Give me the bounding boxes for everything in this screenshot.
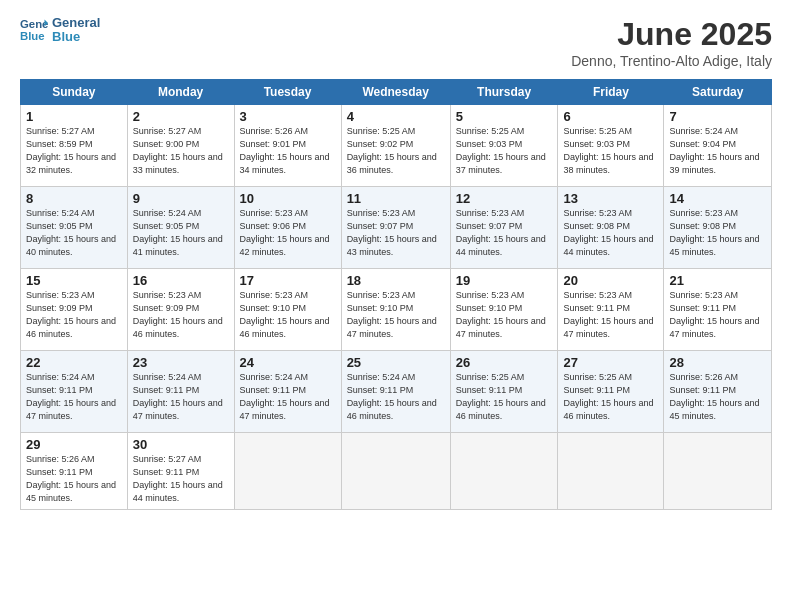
day-number: 20	[563, 273, 658, 288]
day-number: 4	[347, 109, 445, 124]
day-number: 30	[133, 437, 229, 452]
svg-text:General: General	[20, 19, 48, 31]
day-number: 9	[133, 191, 229, 206]
calendar-cell	[450, 433, 558, 510]
day-info: Sunrise: 5:23 AMSunset: 9:10 PMDaylight:…	[347, 289, 445, 341]
day-info: Sunrise: 5:24 AMSunset: 9:11 PMDaylight:…	[133, 371, 229, 423]
column-header-saturday: Saturday	[664, 80, 772, 105]
calendar-header-row: SundayMondayTuesdayWednesdayThursdayFrid…	[21, 80, 772, 105]
day-number: 5	[456, 109, 553, 124]
calendar-cell: 2Sunrise: 5:27 AMSunset: 9:00 PMDaylight…	[127, 105, 234, 187]
day-number: 14	[669, 191, 766, 206]
calendar-cell: 11Sunrise: 5:23 AMSunset: 9:07 PMDayligh…	[341, 187, 450, 269]
day-number: 3	[240, 109, 336, 124]
calendar-cell	[234, 433, 341, 510]
day-number: 13	[563, 191, 658, 206]
day-number: 22	[26, 355, 122, 370]
calendar-week-row: 29Sunrise: 5:26 AMSunset: 9:11 PMDayligh…	[21, 433, 772, 510]
day-number: 23	[133, 355, 229, 370]
calendar-cell: 18Sunrise: 5:23 AMSunset: 9:10 PMDayligh…	[341, 269, 450, 351]
day-number: 18	[347, 273, 445, 288]
logo: General Blue General Blue	[20, 16, 100, 45]
calendar-cell: 15Sunrise: 5:23 AMSunset: 9:09 PMDayligh…	[21, 269, 128, 351]
day-number: 2	[133, 109, 229, 124]
calendar-week-row: 22Sunrise: 5:24 AMSunset: 9:11 PMDayligh…	[21, 351, 772, 433]
calendar-cell: 14Sunrise: 5:23 AMSunset: 9:08 PMDayligh…	[664, 187, 772, 269]
calendar-cell: 4Sunrise: 5:25 AMSunset: 9:02 PMDaylight…	[341, 105, 450, 187]
calendar-cell	[664, 433, 772, 510]
calendar-cell: 27Sunrise: 5:25 AMSunset: 9:11 PMDayligh…	[558, 351, 664, 433]
day-number: 10	[240, 191, 336, 206]
calendar-cell: 1Sunrise: 5:27 AMSunset: 8:59 PMDaylight…	[21, 105, 128, 187]
day-number: 19	[456, 273, 553, 288]
day-number: 21	[669, 273, 766, 288]
calendar-cell: 13Sunrise: 5:23 AMSunset: 9:08 PMDayligh…	[558, 187, 664, 269]
column-header-friday: Friday	[558, 80, 664, 105]
day-number: 8	[26, 191, 122, 206]
calendar-cell: 29Sunrise: 5:26 AMSunset: 9:11 PMDayligh…	[21, 433, 128, 510]
svg-text:Blue: Blue	[20, 30, 45, 42]
day-info: Sunrise: 5:27 AMSunset: 9:11 PMDaylight:…	[133, 453, 229, 505]
day-number: 11	[347, 191, 445, 206]
calendar-cell: 9Sunrise: 5:24 AMSunset: 9:05 PMDaylight…	[127, 187, 234, 269]
day-info: Sunrise: 5:24 AMSunset: 9:11 PMDaylight:…	[240, 371, 336, 423]
calendar-table: SundayMondayTuesdayWednesdayThursdayFrid…	[20, 79, 772, 510]
day-info: Sunrise: 5:26 AMSunset: 9:11 PMDaylight:…	[669, 371, 766, 423]
column-header-tuesday: Tuesday	[234, 80, 341, 105]
header: General Blue General Blue June 2025 Denn…	[20, 16, 772, 69]
day-info: Sunrise: 5:23 AMSunset: 9:07 PMDaylight:…	[456, 207, 553, 259]
day-number: 7	[669, 109, 766, 124]
calendar-week-row: 1Sunrise: 5:27 AMSunset: 8:59 PMDaylight…	[21, 105, 772, 187]
column-header-monday: Monday	[127, 80, 234, 105]
calendar-title: June 2025	[571, 16, 772, 53]
day-info: Sunrise: 5:23 AMSunset: 9:10 PMDaylight:…	[240, 289, 336, 341]
logo-text-line1: General	[52, 16, 100, 30]
day-number: 16	[133, 273, 229, 288]
day-info: Sunrise: 5:23 AMSunset: 9:08 PMDaylight:…	[563, 207, 658, 259]
day-info: Sunrise: 5:27 AMSunset: 9:00 PMDaylight:…	[133, 125, 229, 177]
calendar-cell: 19Sunrise: 5:23 AMSunset: 9:10 PMDayligh…	[450, 269, 558, 351]
calendar-cell: 16Sunrise: 5:23 AMSunset: 9:09 PMDayligh…	[127, 269, 234, 351]
day-info: Sunrise: 5:23 AMSunset: 9:09 PMDaylight:…	[133, 289, 229, 341]
day-number: 12	[456, 191, 553, 206]
calendar-week-row: 15Sunrise: 5:23 AMSunset: 9:09 PMDayligh…	[21, 269, 772, 351]
day-info: Sunrise: 5:23 AMSunset: 9:06 PMDaylight:…	[240, 207, 336, 259]
calendar-subtitle: Denno, Trentino-Alto Adige, Italy	[571, 53, 772, 69]
calendar-cell: 3Sunrise: 5:26 AMSunset: 9:01 PMDaylight…	[234, 105, 341, 187]
calendar-cell: 26Sunrise: 5:25 AMSunset: 9:11 PMDayligh…	[450, 351, 558, 433]
day-info: Sunrise: 5:25 AMSunset: 9:03 PMDaylight:…	[563, 125, 658, 177]
day-info: Sunrise: 5:27 AMSunset: 8:59 PMDaylight:…	[26, 125, 122, 177]
column-header-sunday: Sunday	[21, 80, 128, 105]
day-info: Sunrise: 5:23 AMSunset: 9:09 PMDaylight:…	[26, 289, 122, 341]
day-info: Sunrise: 5:25 AMSunset: 9:11 PMDaylight:…	[563, 371, 658, 423]
day-info: Sunrise: 5:23 AMSunset: 9:10 PMDaylight:…	[456, 289, 553, 341]
page: General Blue General Blue June 2025 Denn…	[0, 0, 792, 612]
day-info: Sunrise: 5:23 AMSunset: 9:11 PMDaylight:…	[563, 289, 658, 341]
logo-icon: General Blue	[20, 16, 48, 44]
day-number: 1	[26, 109, 122, 124]
calendar-cell: 23Sunrise: 5:24 AMSunset: 9:11 PMDayligh…	[127, 351, 234, 433]
day-number: 17	[240, 273, 336, 288]
calendar-cell: 20Sunrise: 5:23 AMSunset: 9:11 PMDayligh…	[558, 269, 664, 351]
day-number: 15	[26, 273, 122, 288]
day-info: Sunrise: 5:24 AMSunset: 9:04 PMDaylight:…	[669, 125, 766, 177]
title-block: June 2025 Denno, Trentino-Alto Adige, It…	[571, 16, 772, 69]
day-number: 29	[26, 437, 122, 452]
calendar-cell: 21Sunrise: 5:23 AMSunset: 9:11 PMDayligh…	[664, 269, 772, 351]
calendar-cell	[341, 433, 450, 510]
calendar-cell: 8Sunrise: 5:24 AMSunset: 9:05 PMDaylight…	[21, 187, 128, 269]
day-info: Sunrise: 5:24 AMSunset: 9:11 PMDaylight:…	[347, 371, 445, 423]
calendar-week-row: 8Sunrise: 5:24 AMSunset: 9:05 PMDaylight…	[21, 187, 772, 269]
column-header-wednesday: Wednesday	[341, 80, 450, 105]
calendar-cell	[558, 433, 664, 510]
day-info: Sunrise: 5:23 AMSunset: 9:08 PMDaylight:…	[669, 207, 766, 259]
calendar-cell: 6Sunrise: 5:25 AMSunset: 9:03 PMDaylight…	[558, 105, 664, 187]
calendar-cell: 12Sunrise: 5:23 AMSunset: 9:07 PMDayligh…	[450, 187, 558, 269]
calendar-cell: 7Sunrise: 5:24 AMSunset: 9:04 PMDaylight…	[664, 105, 772, 187]
day-info: Sunrise: 5:23 AMSunset: 9:07 PMDaylight:…	[347, 207, 445, 259]
day-info: Sunrise: 5:25 AMSunset: 9:11 PMDaylight:…	[456, 371, 553, 423]
day-number: 24	[240, 355, 336, 370]
calendar-cell: 24Sunrise: 5:24 AMSunset: 9:11 PMDayligh…	[234, 351, 341, 433]
day-number: 6	[563, 109, 658, 124]
calendar-cell: 25Sunrise: 5:24 AMSunset: 9:11 PMDayligh…	[341, 351, 450, 433]
